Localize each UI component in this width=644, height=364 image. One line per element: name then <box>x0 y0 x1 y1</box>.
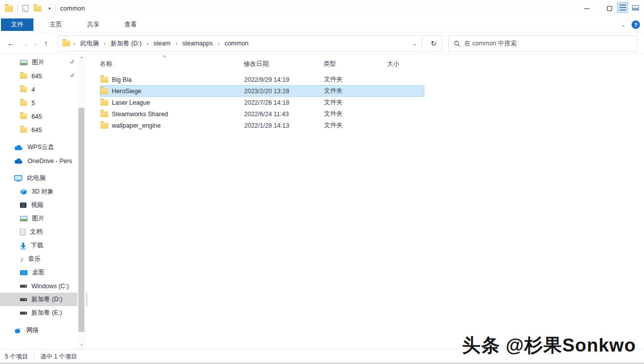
breadcrumb-drive-d[interactable]: 新加卷 (D:) <box>109 39 144 48</box>
breadcrumb-common[interactable]: common <box>223 40 251 47</box>
drive-icon <box>20 285 27 288</box>
status-divider <box>34 353 34 361</box>
thumbnail-view-button[interactable] <box>630 2 641 13</box>
sidebar-item-label: 3D 对象 <box>31 187 53 196</box>
column-header-name[interactable]: 名称 <box>100 60 244 68</box>
customize-quick-access-chevron-icon[interactable]: ▾ <box>48 6 51 11</box>
pictures-icon <box>20 60 27 65</box>
column-header-date[interactable]: 修改日期 <box>244 60 323 68</box>
refresh-button[interactable]: ↻ <box>425 35 442 51</box>
sidebar-item-new-volume-d[interactable]: 新加卷 (D:) <box>0 293 87 306</box>
sidebar-item-label: 下载 <box>31 241 43 250</box>
details-view-button[interactable] <box>617 2 628 13</box>
recent-locations-chevron-icon[interactable]: ⌄ <box>32 41 39 46</box>
sidebar-scrollbar[interactable]: ⌃ ⌄ <box>77 54 86 349</box>
file-date: 2022/7/26 14:18 <box>244 99 324 106</box>
properties-icon[interactable] <box>22 5 28 12</box>
sidebar-item-new-volume-e[interactable]: 新加卷 (E:) <box>0 306 87 320</box>
tab-home[interactable]: 主页 <box>40 18 71 31</box>
sidebar-item-documents[interactable]: 文档 <box>0 225 87 239</box>
address-dropdown-chevron-icon[interactable]: ⌄ <box>413 41 417 46</box>
sidebar-item-label: 图片 <box>32 58 44 67</box>
file-name: wallpaper_engine <box>112 122 161 129</box>
file-row-steamworks-shared[interactable]: Steamworks Shared 2022/6/24 11:43 文件夹 <box>100 108 424 120</box>
sidebar-item-label: 新加卷 (E:) <box>31 309 62 317</box>
file-rows: Big Bia 2022/9/29 14:19 文件夹 HeroSiege 20… <box>90 74 644 131</box>
sidebar-item-onedrive[interactable]: OneDrive - Pers <box>0 154 87 168</box>
file-row-herosiege-selected[interactable]: HeroSiege 2023/2/20 13:28 文件夹 <box>100 85 424 97</box>
sidebar-item-4[interactable]: 4 <box>0 83 87 96</box>
sidebar-item-downloads[interactable]: 下载 <box>0 239 87 252</box>
scrollbar-thumb[interactable] <box>78 108 84 332</box>
folder-icon <box>20 100 27 106</box>
file-date: 2022/1/28 14:13 <box>244 122 324 129</box>
breadcrumb-this-pc[interactable]: 此电脑 <box>78 39 101 48</box>
file-type: 文件夹 <box>324 121 380 130</box>
sidebar-item-desktop[interactable]: 桌面 <box>0 266 87 279</box>
explorer-app-icon <box>5 5 13 12</box>
sidebar-item-this-pc[interactable]: 此电脑 <box>0 172 87 185</box>
sidebar-item-5[interactable]: 5 <box>0 96 87 110</box>
sidebar-item-label: 此电脑 <box>27 174 46 182</box>
breadcrumb-separator: › <box>144 40 152 46</box>
sidebar-item-645-3[interactable]: 645 <box>0 123 87 137</box>
folder-icon <box>20 87 27 92</box>
sidebar-item-645-pinned[interactable]: 645 <box>0 69 87 83</box>
forward-button[interactable]: → <box>18 39 32 47</box>
file-row-laser-league[interactable]: Laser League 2022/7/26 14:18 文件夹 <box>100 97 424 108</box>
sidebar-item-wps-cloud[interactable]: WPS云盘 <box>0 141 87 154</box>
new-folder-icon[interactable] <box>33 5 41 11</box>
download-icon <box>20 242 26 249</box>
scroll-up-icon[interactable]: ⌃ <box>77 55 86 63</box>
sidebar-item-pictures[interactable]: 图片 <box>0 212 87 225</box>
drive-icon <box>20 298 27 301</box>
titlebar-separator <box>55 5 56 12</box>
sidebar-item-label: 图片 <box>32 214 44 223</box>
sidebar-item-windows-c[interactable]: Windows (C:) <box>0 279 87 293</box>
sidebar-item-music[interactable]: ♪ 音乐 <box>0 252 87 266</box>
explorer-window: ▾ common ✕ 文件 主页 共享 查看 ⌄ ? ← → ⌄ ↑ › 此电脑 <box>0 0 644 364</box>
help-icon[interactable]: ? <box>632 20 640 29</box>
file-list-pane: ^ 名称 修改日期 类型 大小 Big Bia 2022/9/29 14:19 … <box>90 54 644 349</box>
network-icon <box>14 328 22 334</box>
folder-icon <box>100 100 108 106</box>
search-box[interactable] <box>448 35 638 51</box>
minimize-button[interactable] <box>575 0 598 17</box>
sidebar-item-label: WPS云盘 <box>27 143 54 152</box>
tab-share[interactable]: 共享 <box>78 18 108 31</box>
up-button[interactable]: ↑ <box>39 39 53 47</box>
file-row-wallpaper-engine[interactable]: wallpaper_engine 2022/1/28 14:13 文件夹 <box>100 120 424 131</box>
column-header-type[interactable]: 类型 <box>323 60 379 68</box>
search-input[interactable] <box>464 40 614 47</box>
file-name: HeroSiege <box>112 88 141 95</box>
sidebar-item-label: 新加卷 (D:) <box>31 295 62 304</box>
scroll-down-icon[interactable]: ⌄ <box>77 340 86 348</box>
address-folder-icon <box>62 40 70 46</box>
back-button[interactable]: ← <box>4 39 18 47</box>
sidebar-item-label: 音乐 <box>28 255 41 263</box>
pin-icon <box>70 59 74 65</box>
column-header-size[interactable]: 大小 <box>379 60 424 68</box>
file-type: 文件夹 <box>324 98 380 107</box>
file-date: 2022/6/24 11:43 <box>244 111 324 118</box>
breadcrumb-steamapps[interactable]: steamapps <box>180 40 215 47</box>
sidebar-item-645-2[interactable]: 645 <box>0 110 87 123</box>
address-bar[interactable]: › 此电脑 › 新加卷 (D:) › steam › steamapps › c… <box>57 35 422 51</box>
sidebar-item-videos[interactable]: 视频 <box>0 198 87 212</box>
file-row-big-bia[interactable]: Big Bia 2022/9/29 14:19 文件夹 <box>100 74 424 85</box>
folder-icon <box>100 88 108 94</box>
tab-view[interactable]: 查看 <box>115 18 146 31</box>
breadcrumb-steam[interactable]: steam <box>151 40 172 47</box>
tab-file[interactable]: 文件 <box>1 18 33 31</box>
sidebar-item-label: Windows (C:) <box>31 283 69 290</box>
titlebar: ▾ common ✕ <box>0 0 644 17</box>
collapse-ribbon-chevron-icon[interactable]: ⌄ <box>622 22 626 27</box>
folder-icon <box>100 123 108 129</box>
sidebar-item-pictures-pinned[interactable]: 图片 <box>0 56 87 69</box>
sidebar-item-network[interactable]: 网络 <box>0 324 87 337</box>
sidebar-item-3d-objects[interactable]: 3D 对象 <box>0 185 87 198</box>
file-name: Laser League <box>112 99 150 106</box>
desktop-icon <box>20 270 27 275</box>
folder-icon <box>20 73 27 79</box>
drive-icon <box>20 312 27 315</box>
